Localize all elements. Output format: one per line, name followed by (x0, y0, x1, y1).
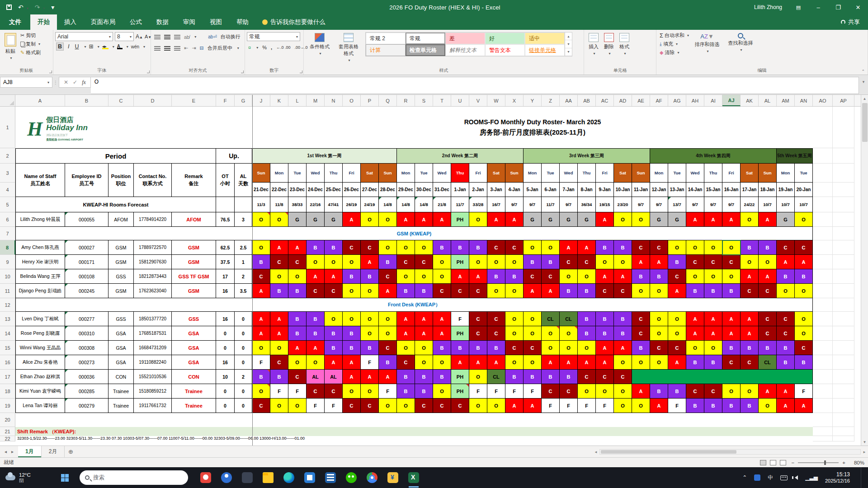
forecast-4-Jan[interactable]: 9/7 (505, 197, 524, 212)
staff-contact[interactable]: 15521010536 (134, 370, 172, 384)
dow-24-Dec[interactable]: Wed (307, 164, 325, 183)
orientation-icon[interactable]: ab̸ (184, 34, 189, 40)
cell-W9[interactable]: O (487, 255, 505, 269)
namebox-splitter[interactable]: ⋮ (52, 77, 59, 88)
cell-Y18[interactable]: F (524, 384, 542, 399)
cell-AA19[interactable]: F (560, 399, 578, 413)
cell-AL9[interactable]: O (759, 255, 777, 269)
cell-ap[interactable] (833, 370, 854, 384)
cell-V10[interactable]: A (469, 269, 487, 284)
cell-AF18[interactable]: B (650, 384, 668, 399)
cell-V16[interactable]: A (469, 355, 487, 370)
date-6-Jan[interactable]: 6-Jan (542, 183, 560, 197)
cell-AN15[interactable]: C (795, 341, 813, 355)
staff-ot[interactable]: 62.5 (216, 240, 235, 255)
staff-name[interactable]: Belinda Wang 王萍 (15, 269, 65, 284)
staff-ot[interactable]: 37.5 (216, 255, 235, 269)
cell-P9[interactable]: A (361, 255, 379, 269)
cell-R10[interactable]: O (397, 269, 415, 284)
bold-button[interactable]: B (56, 42, 64, 51)
staff-position[interactable]: Trainee (108, 384, 134, 399)
date-3-Jan[interactable]: 3-Jan (487, 183, 505, 197)
dow-12-Jan[interactable]: Mon (650, 164, 668, 183)
cell-Y19[interactable]: A (524, 399, 542, 413)
cell-AA10[interactable]: O (560, 269, 578, 284)
staff-name[interactable]: Lven Ding 丁相斌 (15, 312, 65, 326)
column-header-K[interactable]: K (270, 95, 288, 106)
date-9-Jan[interactable]: 9-Jan (596, 183, 614, 197)
date-1-Jan[interactable]: 1-Jan (451, 183, 469, 197)
row-header-4[interactable]: 4 (0, 183, 15, 197)
cell-Q13[interactable]: O (379, 312, 397, 326)
cell-L14[interactable]: B (288, 326, 307, 341)
cell-AG14[interactable]: O (668, 326, 686, 341)
tab-page-layout[interactable]: 页面布局 (84, 14, 123, 30)
cell-U8[interactable]: B (451, 240, 469, 255)
cell-S16[interactable]: O (415, 355, 433, 370)
cell-AE9[interactable]: A (632, 255, 650, 269)
number-dialog-launcher[interactable] (300, 70, 302, 73)
cell-R9[interactable]: C (397, 255, 415, 269)
staff-ot[interactable]: 76.5 (216, 212, 235, 227)
column-header-D[interactable]: D (134, 95, 172, 106)
customize-qat-icon[interactable]: ▾ (51, 4, 54, 11)
cell-ap[interactable] (833, 341, 854, 355)
cell-AC13[interactable]: B (596, 312, 614, 326)
date-8-Jan[interactable]: 8-Jan (578, 183, 596, 197)
font-size-combo[interactable]: 8▾ (115, 32, 134, 41)
align-center-icon[interactable] (164, 46, 170, 51)
cell-X15[interactable]: C (505, 341, 524, 355)
align-left-icon[interactable] (154, 46, 160, 51)
decrease-indent-icon[interactable]: ⇤ (184, 45, 188, 51)
cell-Y13[interactable]: O (524, 312, 542, 326)
cell-K11[interactable]: B (270, 284, 288, 298)
staff-id[interactable]: 000273 (65, 355, 108, 370)
vertical-scrollbar[interactable]: ▲▼ (861, 95, 868, 446)
cell-T6[interactable]: A (433, 212, 451, 227)
cell-P16[interactable]: F (361, 355, 379, 370)
cell-AK18[interactable]: O (741, 384, 759, 399)
tab-insert[interactable]: 插入 (57, 14, 84, 30)
staff-contact[interactable]: 16684731209 (134, 341, 172, 355)
save-icon[interactable] (6, 5, 12, 10)
taskbar-icon-calculator[interactable] (325, 472, 336, 483)
cell-U19[interactable]: C (451, 399, 469, 413)
cell-T8[interactable]: B (433, 240, 451, 255)
cell-ao[interactable] (813, 370, 833, 384)
staff-ot[interactable]: 10 (216, 370, 235, 384)
sheet-nav-left-icon[interactable]: ◂ (5, 449, 7, 454)
cell-AK9[interactable]: O (741, 255, 759, 269)
cell-L13[interactable]: B (288, 312, 307, 326)
cell-W19[interactable]: O (487, 399, 505, 413)
dow-30-Dec[interactable]: Tue (415, 164, 433, 183)
dow-15-Jan[interactable]: Thu (704, 164, 722, 183)
tab-file[interactable]: 文件 (0, 14, 30, 30)
cell-AH18[interactable]: C (686, 384, 704, 399)
forecast-26-Dec[interactable]: 26/19 (343, 197, 361, 212)
cell-AJ19[interactable]: B (722, 399, 741, 413)
forecast-31-Dec[interactable]: 21/8 (433, 197, 451, 212)
zoom-in-icon[interactable]: + (842, 460, 845, 465)
forecast-5-Jan[interactable]: 9/7 (524, 197, 542, 212)
cell-ap[interactable] (833, 413, 854, 427)
cell-AN13[interactable]: O (795, 312, 813, 326)
cell-O9[interactable]: O (343, 255, 361, 269)
italic-button[interactable]: I (66, 43, 71, 50)
cell-AD13[interactable]: B (614, 312, 632, 326)
cell-AI13[interactable]: A (704, 312, 722, 326)
staff-id[interactable]: 000277 (65, 312, 108, 326)
dow-27-Dec[interactable]: Sat (361, 164, 379, 183)
staff-position[interactable]: GSM (108, 255, 134, 269)
new-sheet-button[interactable]: ⊕ (65, 446, 76, 457)
cell-style-警告文本[interactable]: 警告文本 (485, 44, 525, 56)
cell-K14[interactable]: A (270, 326, 288, 341)
tray-chevron-icon[interactable]: ⌃ (742, 474, 747, 481)
cell-ap[interactable] (833, 240, 854, 255)
cell-AA13[interactable]: CL (560, 312, 578, 326)
cell-AH10[interactable]: O (686, 269, 704, 284)
cell-AC16[interactable]: A (596, 355, 614, 370)
cell-AM13[interactable]: C (777, 312, 795, 326)
fill-color-icon[interactable]: ◂▸ (102, 44, 108, 49)
taskbar-icon-folder-dark[interactable] (241, 472, 253, 483)
date-30-Dec[interactable]: 30-Dec (415, 183, 433, 197)
